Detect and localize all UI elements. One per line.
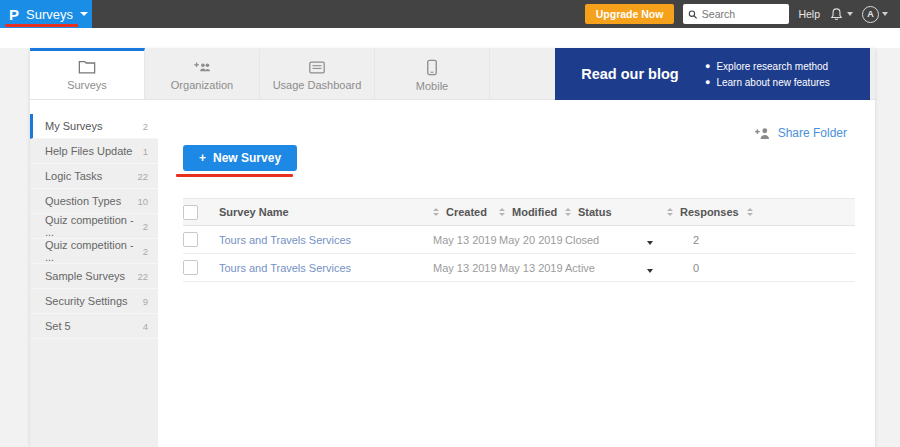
blog-bullet-text: Explore research method (716, 61, 828, 72)
folder-count: 4 (143, 321, 148, 332)
sidebar-item-my-surveys[interactable]: My Surveys 2 (30, 114, 158, 139)
folder-label: Security Settings (45, 295, 128, 307)
tab-surveys[interactable]: Surveys (30, 48, 145, 99)
responses-count: 2 (667, 234, 699, 246)
modified-date: May 20 2019 (499, 234, 563, 246)
annotation-underline (5, 24, 78, 27)
chevron-down-icon (647, 241, 653, 245)
new-survey-area: + New Survey (183, 145, 297, 171)
status-value: Active (565, 262, 595, 274)
add-group-icon (192, 60, 212, 75)
avatar: A (862, 6, 879, 23)
responses-count: 0 (667, 262, 699, 274)
folder-count: 22 (137, 171, 148, 182)
chevron-down-icon (847, 12, 853, 16)
row-checkbox[interactable] (183, 260, 198, 275)
product-menu[interactable]: P Surveys (0, 0, 92, 28)
bell-icon (829, 7, 844, 22)
column-header-status: Status (578, 206, 612, 218)
folder-count: 10 (137, 196, 148, 207)
column-header-modified: Modified (512, 206, 557, 218)
card-body: My Surveys 2 Help Files Update 1 Logic T… (30, 100, 875, 447)
tab-mobile[interactable]: Mobile (375, 48, 490, 99)
sidebar-item-logic-tasks[interactable]: Logic Tasks 22 (30, 164, 158, 189)
section-tabs: Surveys Organization (30, 48, 875, 100)
tab-label: Organization (171, 79, 233, 91)
row-checkbox[interactable] (183, 232, 198, 247)
sidebar-item-question-types[interactable]: Question Types 10 (30, 189, 158, 214)
folder-count: 2 (143, 121, 148, 132)
header-spacer (0, 28, 900, 48)
annotation-underline (176, 174, 293, 177)
status-dropdown[interactable] (647, 231, 653, 249)
brand-logo: P (9, 7, 19, 22)
sidebar-item-sample-surveys[interactable]: Sample Surveys 22 (30, 264, 158, 289)
sort-icon[interactable] (499, 208, 505, 216)
sort-icon[interactable] (747, 208, 753, 216)
notifications-menu[interactable] (829, 7, 853, 22)
product-menu-label: Surveys (26, 7, 73, 22)
tab-label: Surveys (67, 79, 107, 91)
chevron-down-icon (882, 12, 888, 16)
tab-usage-dashboard[interactable]: Usage Dashboard (260, 48, 375, 99)
tab-organization[interactable]: Organization (145, 48, 260, 99)
read-blog-banner[interactable]: Read our blog ●Explore research method ●… (555, 48, 870, 100)
surveys-table: Survey Name Created Modified Status (183, 198, 855, 282)
share-person-icon (754, 127, 771, 140)
bullet-icon: ● (705, 77, 710, 87)
folder-label: Quiz competition - ... (45, 214, 143, 238)
search-icon (688, 9, 697, 20)
created-date: May 13 2019 (433, 262, 497, 274)
sort-icon[interactable] (433, 208, 439, 216)
folder-label: Help Files Update (45, 145, 132, 157)
share-folder-link[interactable]: Share Folder (754, 126, 847, 140)
status-dropdown[interactable] (647, 259, 653, 277)
column-header-responses: Responses (680, 206, 739, 218)
search-box[interactable] (683, 4, 789, 24)
sidebar-item-quiz-competition-1[interactable]: Quiz competition - ... 2 (30, 214, 158, 239)
folder-label: Sample Surveys (45, 270, 125, 282)
help-link[interactable]: Help (798, 8, 820, 20)
page-background: Surveys Organization (0, 48, 900, 447)
blog-banner-bullets: ●Explore research method ●Learn about ne… (705, 61, 830, 88)
table-header-row: Survey Name Created Modified Status (183, 198, 855, 226)
chevron-down-icon (80, 12, 88, 16)
upgrade-now-button[interactable]: Upgrade Now (585, 4, 675, 24)
dashboard-icon (308, 60, 326, 75)
folders-sidebar: My Surveys 2 Help Files Update 1 Logic T… (30, 100, 158, 447)
main-panel: Share Folder + New Survey Survey Name (158, 100, 875, 447)
folder-label: Question Types (45, 195, 121, 207)
survey-name-link[interactable]: Tours and Travels Services (219, 234, 351, 246)
new-survey-button[interactable]: + New Survey (183, 145, 297, 171)
folder-count: 22 (137, 271, 148, 282)
sort-icon[interactable] (565, 208, 571, 216)
folder-count: 2 (143, 221, 148, 232)
folder-count: 1 (143, 146, 148, 157)
created-date: May 13 2019 (433, 234, 497, 246)
tab-label: Usage Dashboard (273, 79, 362, 91)
survey-name-link[interactable]: Tours and Travels Services (219, 262, 351, 274)
sidebar-item-set-5[interactable]: Set 5 4 (30, 314, 158, 339)
chevron-down-icon (647, 269, 653, 273)
folder-label: Quiz competition - ... (45, 239, 143, 263)
select-all-checkbox[interactable] (183, 205, 198, 220)
column-header-survey-name: Survey Name (219, 206, 289, 218)
sidebar-item-quiz-competition-2[interactable]: Quiz competition - ... 2 (30, 239, 158, 264)
folder-label: My Surveys (45, 120, 102, 132)
folder-count: 9 (143, 296, 148, 307)
table-row: Tours and Travels Services May 13 2019 M… (183, 254, 855, 282)
sort-icon[interactable] (667, 208, 673, 216)
sidebar-item-security-settings[interactable]: Security Settings 9 (30, 289, 158, 314)
sidebar-item-help-files-update[interactable]: Help Files Update 1 (30, 139, 158, 164)
folder-count: 2 (143, 246, 148, 257)
table-row: Tours and Travels Services May 13 2019 M… (183, 226, 855, 254)
tab-label: Mobile (416, 80, 448, 92)
mobile-icon (426, 59, 438, 76)
account-menu[interactable]: A (862, 6, 888, 23)
search-input[interactable] (702, 8, 785, 20)
folder-icon (78, 60, 96, 75)
column-header-created: Created (446, 206, 487, 218)
new-survey-label: New Survey (213, 151, 281, 165)
topbar-actions: Upgrade Now Help A (585, 4, 900, 24)
folder-label: Set 5 (45, 320, 71, 332)
